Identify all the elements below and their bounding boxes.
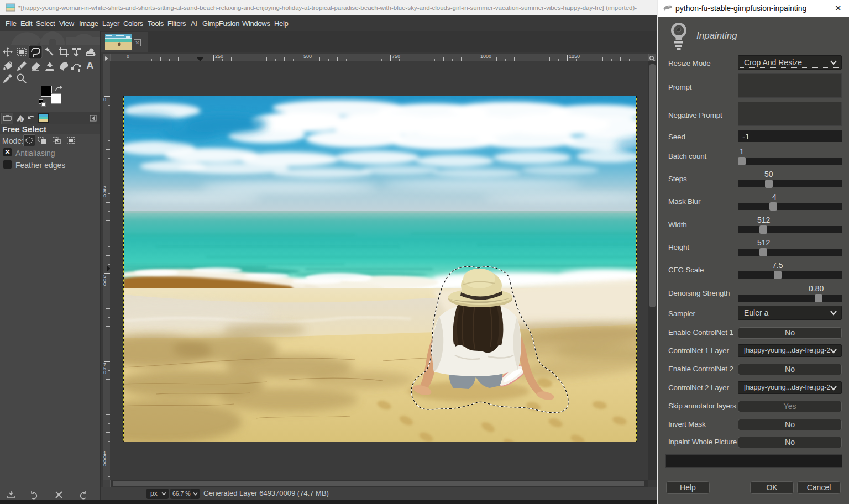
svg-text:A: A [86,60,94,71]
